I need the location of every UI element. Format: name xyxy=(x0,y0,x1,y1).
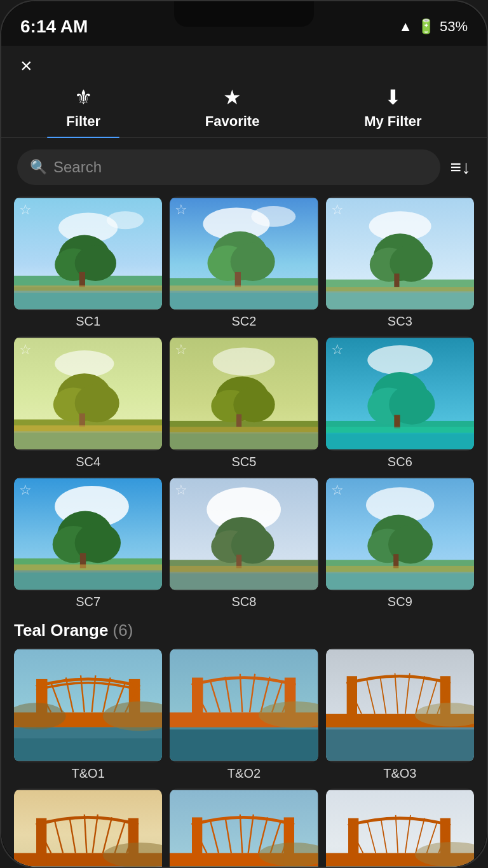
tab-filter[interactable]: ⚜ Filter xyxy=(47,85,119,137)
filter-thumb-sc1: ☆ xyxy=(14,196,162,310)
tab-favorite-label: Favorite xyxy=(205,113,260,130)
battery-icon: 🔋 xyxy=(417,18,435,35)
filter-thumb-to5 xyxy=(170,789,318,867)
filter-item-to5[interactable]: T&O5 xyxy=(170,789,318,867)
filter-name-sc7: SC7 xyxy=(76,595,100,609)
favorite-star-sc6: ☆ xyxy=(331,341,344,358)
favorite-star-sc9: ☆ xyxy=(331,482,344,499)
phone-screen: 6:14 AM ▲ 🔋 53% × ⚜ Filter ★ Favor xyxy=(1,1,487,867)
tab-filter-label: Filter xyxy=(66,113,100,130)
svg-point-2 xyxy=(107,211,144,229)
filter-thumb-to4 xyxy=(14,789,162,867)
svg-rect-129 xyxy=(326,730,474,761)
filter-item-to6[interactable]: T&O6 xyxy=(326,789,474,867)
sc-filter-grid: ☆ xyxy=(14,196,474,609)
search-input[interactable]: Search xyxy=(53,158,428,176)
signal-icon: ▲ xyxy=(398,18,412,35)
close-button[interactable]: × xyxy=(20,55,32,76)
filter-name-sc6: SC6 xyxy=(388,455,412,469)
top-bar: × xyxy=(1,46,487,79)
filter-item-sc5[interactable]: ☆ xyxy=(170,336,318,469)
sort-icon[interactable]: ≡↓ xyxy=(450,156,471,178)
my-filter-icon: ⬇ xyxy=(384,85,402,109)
svg-rect-45 xyxy=(236,415,241,427)
filter-thumb-sc4: ☆ xyxy=(14,336,162,450)
teal-orange-grid: T&O1 xyxy=(14,648,474,867)
svg-rect-10 xyxy=(14,291,162,309)
battery-percent: 53% xyxy=(440,18,468,35)
teal-orange-count: (6) xyxy=(113,621,133,640)
status-icons: ▲ 🔋 53% xyxy=(398,18,468,35)
filter-name-to1: T&O1 xyxy=(72,766,105,781)
filter-thumb-sc7: ☆ xyxy=(14,477,162,591)
filter-item-to1[interactable]: T&O1 xyxy=(14,648,162,780)
filter-name-sc2: SC2 xyxy=(232,314,257,329)
filter-item-to2[interactable]: T&O2 xyxy=(170,648,318,780)
filter-item-to4[interactable]: T&O4 xyxy=(14,789,162,867)
filter-item-sc8[interactable]: ☆ xyxy=(170,477,318,609)
filter-thumb-to1 xyxy=(14,648,162,762)
filter-item-sc6[interactable]: ☆ xyxy=(326,336,474,469)
filter-item-sc4[interactable]: ☆ xyxy=(14,336,162,469)
filter-name-sc4: SC4 xyxy=(76,455,100,469)
teal-orange-section: Teal Orange (6) xyxy=(14,621,474,867)
filter-item-sc7[interactable]: ☆ xyxy=(14,477,162,609)
search-bar[interactable]: 🔍 Search xyxy=(17,149,440,185)
svg-point-40 xyxy=(213,348,275,376)
tabs: ⚜ Filter ★ Favorite ⬇ My Filter xyxy=(1,79,487,138)
status-time: 6:14 AM xyxy=(20,17,88,37)
svg-rect-83 xyxy=(326,572,474,589)
favorite-star-sc8: ☆ xyxy=(175,482,187,499)
filter-name-sc3: SC3 xyxy=(388,314,412,329)
filter-thumb-sc3: ☆ xyxy=(326,196,474,310)
filter-thumb-sc6: ☆ xyxy=(326,336,474,450)
filter-thumb-to6 xyxy=(326,789,474,867)
filter-item-sc2[interactable]: ☆ xyxy=(170,196,318,329)
svg-rect-47 xyxy=(170,432,318,450)
filter-item-sc9[interactable]: ☆ xyxy=(326,477,474,609)
notch xyxy=(174,1,314,27)
phone-frame: 6:14 AM ▲ 🔋 53% × ⚜ Filter ★ Favor xyxy=(0,0,488,868)
svg-rect-36 xyxy=(79,414,85,427)
search-container: 🔍 Search ≡↓ xyxy=(1,138,487,196)
tab-my-filter-label: My Filter xyxy=(364,113,421,130)
favorite-star-sc7: ☆ xyxy=(19,482,32,499)
filter-name-sc5: SC5 xyxy=(232,455,257,469)
filter-name-to3: T&O3 xyxy=(383,766,416,781)
svg-rect-38 xyxy=(14,432,162,450)
favorite-star-sc1: ☆ xyxy=(19,202,32,218)
teal-orange-title: Teal Orange (6) xyxy=(14,621,474,640)
filter-item-sc3[interactable]: ☆ xyxy=(326,196,474,329)
filter-name-sc9: SC9 xyxy=(388,595,412,609)
filter-name-to2: T&O2 xyxy=(227,766,261,781)
svg-rect-98 xyxy=(14,739,162,761)
filter-icon: ⚜ xyxy=(74,85,93,109)
filter-thumb-sc5: ☆ xyxy=(170,336,318,450)
svg-rect-29 xyxy=(326,291,474,309)
svg-point-13 xyxy=(252,206,296,227)
svg-rect-27 xyxy=(394,273,399,287)
filter-name-sc8: SC8 xyxy=(232,595,257,609)
svg-rect-20 xyxy=(170,291,318,309)
filter-item-to3[interactable]: T&O3 xyxy=(326,648,474,780)
favorite-star-sc3: ☆ xyxy=(331,202,344,218)
favorite-star-sc4: ☆ xyxy=(19,341,32,358)
svg-rect-8 xyxy=(79,272,85,287)
filter-thumb-sc8: ☆ xyxy=(170,477,318,591)
tab-favorite[interactable]: ★ Favorite xyxy=(186,85,279,137)
svg-rect-56 xyxy=(326,433,474,450)
svg-rect-114 xyxy=(170,730,318,761)
favorite-star-sc5: ☆ xyxy=(175,341,187,358)
filter-item-sc1[interactable]: ☆ xyxy=(14,196,162,329)
svg-rect-18 xyxy=(235,272,241,287)
filter-thumb-to2 xyxy=(170,648,318,762)
svg-rect-54 xyxy=(394,415,400,429)
filter-thumb-sc9: ☆ xyxy=(326,477,474,591)
filter-thumb-sc2: ☆ xyxy=(170,196,318,310)
filter-name-sc1: SC1 xyxy=(76,314,100,329)
search-icon: 🔍 xyxy=(30,159,47,176)
svg-rect-65 xyxy=(14,570,162,589)
app-content: × ⚜ Filter ★ Favorite ⬇ My Filter xyxy=(1,46,487,867)
tab-my-filter[interactable]: ⬇ My Filter xyxy=(345,85,440,137)
svg-rect-74 xyxy=(170,572,318,589)
